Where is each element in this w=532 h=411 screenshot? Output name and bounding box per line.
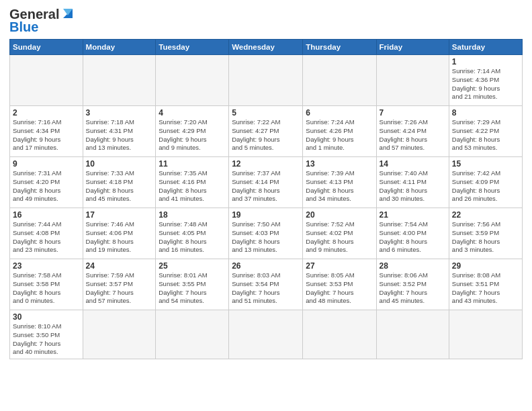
calendar-day-cell: 19Sunrise: 7:50 AM Sunset: 4:03 PM Dayli… <box>229 208 303 259</box>
calendar-day-cell: 20Sunrise: 7:52 AM Sunset: 4:02 PM Dayli… <box>303 208 376 259</box>
day-number: 11 <box>159 159 226 169</box>
calendar-day-cell <box>303 310 376 359</box>
day-sun-info: Sunrise: 7:22 AM Sunset: 4:27 PM Dayligh… <box>232 118 300 152</box>
day-sun-info: Sunrise: 7:39 AM Sunset: 4:13 PM Dayligh… <box>306 169 373 203</box>
day-sun-info: Sunrise: 7:24 AM Sunset: 4:26 PM Dayligh… <box>306 118 373 152</box>
day-number: 9 <box>13 159 80 169</box>
calendar-day-cell: 22Sunrise: 7:56 AM Sunset: 3:59 PM Dayli… <box>449 208 522 259</box>
day-number: 8 <box>452 108 519 118</box>
day-number: 18 <box>159 210 226 220</box>
day-sun-info: Sunrise: 7:44 AM Sunset: 4:08 PM Dayligh… <box>13 220 80 255</box>
calendar-day-cell: 17Sunrise: 7:46 AM Sunset: 4:06 PM Dayli… <box>83 208 156 259</box>
calendar-day-cell: 21Sunrise: 7:54 AM Sunset: 4:00 PM Dayli… <box>376 208 449 259</box>
calendar-day-cell: 30Sunrise: 8:10 AM Sunset: 3:50 PM Dayli… <box>10 310 83 359</box>
day-number: 17 <box>86 210 153 220</box>
calendar-day-cell: 8Sunrise: 7:29 AM Sunset: 4:22 PM Daylig… <box>449 106 522 157</box>
page: General Blue SundayMondayTuesdayWednesda… <box>0 0 532 411</box>
calendar-day-cell <box>376 55 449 106</box>
calendar-day-cell <box>376 310 449 359</box>
day-sun-info: Sunrise: 7:35 AM Sunset: 4:16 PM Dayligh… <box>159 169 226 203</box>
calendar-day-cell: 24Sunrise: 7:59 AM Sunset: 3:57 PM Dayli… <box>83 259 156 310</box>
calendar-day-cell: 28Sunrise: 8:06 AM Sunset: 3:52 PM Dayli… <box>376 259 449 310</box>
day-sun-info: Sunrise: 8:05 AM Sunset: 3:53 PM Dayligh… <box>306 271 373 306</box>
calendar-day-cell: 27Sunrise: 8:05 AM Sunset: 3:53 PM Dayli… <box>303 259 376 310</box>
day-number: 22 <box>452 210 519 220</box>
calendar-day-cell: 6Sunrise: 7:24 AM Sunset: 4:26 PM Daylig… <box>303 106 376 157</box>
calendar-day-cell: 26Sunrise: 8:03 AM Sunset: 3:54 PM Dayli… <box>229 259 303 310</box>
day-sun-info: Sunrise: 7:59 AM Sunset: 3:57 PM Dayligh… <box>86 271 153 306</box>
day-sun-info: Sunrise: 7:54 AM Sunset: 4:00 PM Dayligh… <box>380 220 446 255</box>
weekday-header-monday: Monday <box>83 40 156 55</box>
blue-text: Blue <box>9 19 38 35</box>
calendar-day-cell: 3Sunrise: 7:18 AM Sunset: 4:31 PM Daylig… <box>83 106 156 157</box>
calendar-day-cell <box>449 310 522 359</box>
day-number: 26 <box>232 261 300 271</box>
calendar-day-cell: 4Sunrise: 7:20 AM Sunset: 4:29 PM Daylig… <box>156 106 229 157</box>
day-number: 21 <box>380 210 446 220</box>
day-number: 19 <box>232 210 300 220</box>
weekday-header-wednesday: Wednesday <box>229 40 303 55</box>
day-sun-info: Sunrise: 7:40 AM Sunset: 4:11 PM Dayligh… <box>380 169 446 203</box>
calendar-day-cell <box>83 310 156 359</box>
day-sun-info: Sunrise: 7:31 AM Sunset: 4:20 PM Dayligh… <box>13 169 80 203</box>
weekday-header-tuesday: Tuesday <box>156 40 229 55</box>
calendar-day-cell: 9Sunrise: 7:31 AM Sunset: 4:20 PM Daylig… <box>10 157 83 208</box>
calendar-day-cell <box>156 55 229 106</box>
day-sun-info: Sunrise: 7:48 AM Sunset: 4:05 PM Dayligh… <box>159 220 226 255</box>
calendar-day-cell: 14Sunrise: 7:40 AM Sunset: 4:11 PM Dayli… <box>376 157 449 208</box>
day-number: 27 <box>306 261 373 271</box>
calendar-day-cell <box>303 55 376 106</box>
calendar-day-cell: 23Sunrise: 7:58 AM Sunset: 3:58 PM Dayli… <box>10 259 83 310</box>
weekday-header-saturday: Saturday <box>449 40 522 55</box>
calendar-week-row: 9Sunrise: 7:31 AM Sunset: 4:20 PM Daylig… <box>10 157 523 208</box>
day-number: 7 <box>380 108 446 118</box>
day-sun-info: Sunrise: 7:16 AM Sunset: 4:34 PM Dayligh… <box>13 118 80 152</box>
day-sun-info: Sunrise: 8:08 AM Sunset: 3:51 PM Dayligh… <box>452 271 519 306</box>
weekday-header-sunday: Sunday <box>10 40 83 55</box>
calendar-table: SundayMondayTuesdayWednesdayThursdayFrid… <box>9 39 523 359</box>
day-number: 14 <box>380 159 446 169</box>
calendar-day-cell <box>83 55 156 106</box>
day-sun-info: Sunrise: 7:46 AM Sunset: 4:06 PM Dayligh… <box>86 220 153 255</box>
day-sun-info: Sunrise: 7:14 AM Sunset: 4:36 PM Dayligh… <box>452 67 519 101</box>
day-sun-info: Sunrise: 8:10 AM Sunset: 3:50 PM Dayligh… <box>13 322 80 357</box>
day-number: 23 <box>13 261 80 271</box>
day-sun-info: Sunrise: 7:26 AM Sunset: 4:24 PM Dayligh… <box>380 118 446 152</box>
calendar-day-cell: 12Sunrise: 7:37 AM Sunset: 4:14 PM Dayli… <box>229 157 303 208</box>
day-sun-info: Sunrise: 7:58 AM Sunset: 3:58 PM Dayligh… <box>13 271 80 306</box>
day-number: 25 <box>159 261 226 271</box>
day-number: 29 <box>452 261 519 271</box>
day-number: 20 <box>306 210 373 220</box>
day-number: 1 <box>452 57 519 66</box>
day-number: 16 <box>13 210 80 220</box>
calendar-day-cell: 15Sunrise: 7:42 AM Sunset: 4:09 PM Dayli… <box>449 157 522 208</box>
calendar-day-cell: 18Sunrise: 7:48 AM Sunset: 4:05 PM Dayli… <box>156 208 229 259</box>
day-number: 30 <box>13 312 80 322</box>
day-sun-info: Sunrise: 7:56 AM Sunset: 3:59 PM Dayligh… <box>452 220 519 255</box>
calendar-week-row: 1Sunrise: 7:14 AM Sunset: 4:36 PM Daylig… <box>10 55 523 106</box>
blue-shape-icon <box>60 6 75 21</box>
calendar-day-cell: 11Sunrise: 7:35 AM Sunset: 4:16 PM Dayli… <box>156 157 229 208</box>
weekday-header-thursday: Thursday <box>303 40 376 55</box>
weekday-header-row: SundayMondayTuesdayWednesdayThursdayFrid… <box>10 40 523 55</box>
day-sun-info: Sunrise: 8:06 AM Sunset: 3:52 PM Dayligh… <box>380 271 446 306</box>
day-sun-info: Sunrise: 7:20 AM Sunset: 4:29 PM Dayligh… <box>159 118 226 152</box>
day-sun-info: Sunrise: 8:01 AM Sunset: 3:55 PM Dayligh… <box>159 271 226 306</box>
weekday-header-friday: Friday <box>376 40 449 55</box>
day-sun-info: Sunrise: 7:50 AM Sunset: 4:03 PM Dayligh… <box>232 220 300 255</box>
calendar-day-cell: 10Sunrise: 7:33 AM Sunset: 4:18 PM Dayli… <box>83 157 156 208</box>
day-number: 4 <box>159 108 226 118</box>
day-number: 6 <box>306 108 373 118</box>
day-number: 3 <box>86 108 153 118</box>
header: General Blue <box>9 7 523 35</box>
calendar-day-cell: 16Sunrise: 7:44 AM Sunset: 4:08 PM Dayli… <box>10 208 83 259</box>
day-number: 2 <box>13 108 80 118</box>
day-number: 13 <box>306 159 373 169</box>
day-number: 24 <box>86 261 153 271</box>
day-sun-info: Sunrise: 7:37 AM Sunset: 4:14 PM Dayligh… <box>232 169 300 203</box>
calendar-week-row: 30Sunrise: 8:10 AM Sunset: 3:50 PM Dayli… <box>10 310 523 359</box>
day-number: 12 <box>232 159 300 169</box>
day-sun-info: Sunrise: 7:33 AM Sunset: 4:18 PM Dayligh… <box>86 169 153 203</box>
calendar-day-cell: 5Sunrise: 7:22 AM Sunset: 4:27 PM Daylig… <box>229 106 303 157</box>
calendar-day-cell: 29Sunrise: 8:08 AM Sunset: 3:51 PM Dayli… <box>449 259 522 310</box>
